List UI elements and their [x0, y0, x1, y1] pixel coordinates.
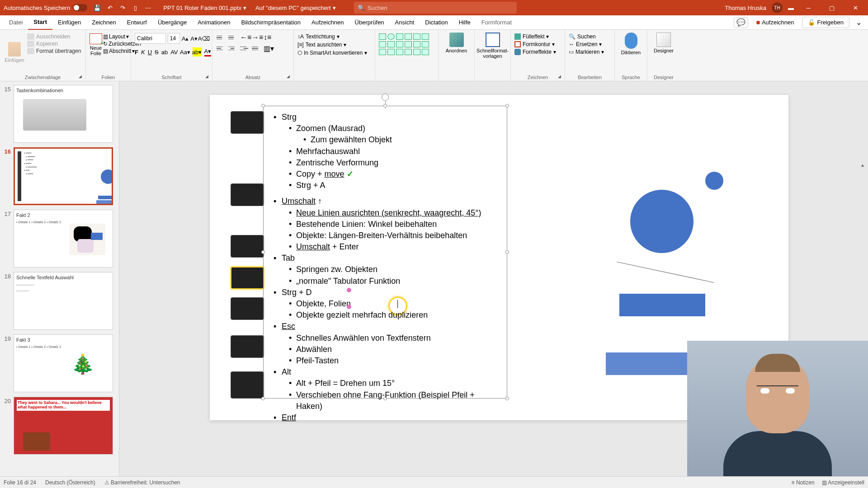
content-textbox[interactable]: Strg Zoomen (Mausrad) Zum gewählten Obje…	[263, 106, 507, 399]
thumb-preview-17[interactable]: Fakt 2 • Details 1 • Details 2 • Details…	[14, 210, 113, 267]
increase-font-icon[interactable]: A▴	[182, 34, 189, 43]
quick-styles-button[interactable]: Schnellformat-vorlagen	[475, 30, 511, 81]
case-button[interactable]: Aa▾	[181, 47, 190, 56]
thumb-17[interactable]: 17 Fakt 2 • Details 1 • Details 2 • Deta…	[2, 210, 119, 267]
tab-insert[interactable]: Einfügen	[52, 15, 86, 30]
toggle-switch[interactable]	[73, 4, 87, 11]
more-icon[interactable]: ⋯	[143, 3, 152, 12]
shape-15-icon[interactable]	[396, 49, 403, 55]
format-painter-button[interactable]: Format übertragen	[27, 48, 81, 54]
tab-animations[interactable]: Animationen	[192, 15, 236, 30]
ribbon-options-icon[interactable]: ▬	[788, 5, 794, 11]
minimize-icon[interactable]: ─	[799, 0, 817, 15]
search-box[interactable]: 🔍	[354, 2, 517, 14]
shape-rect-1[interactable]	[619, 294, 705, 316]
shape-arrow-icon[interactable]	[413, 33, 420, 40]
thumb-preview-15[interactable]: Tastenkombinationen	[14, 85, 113, 143]
align-text-button[interactable]: [≡] Text ausrichten ▾	[297, 42, 371, 48]
tab-dictation[interactable]: Dictation	[420, 15, 453, 30]
thumb-20[interactable]: 20 They went to Sahara... You wouldn't b…	[2, 397, 119, 455]
handle-tm[interactable]	[383, 104, 387, 108]
thumb-preview-19[interactable]: Fakt 3 • Details 1 • Details 2 • Details…	[14, 334, 113, 392]
columns-button[interactable]: ▥▾	[263, 44, 272, 52]
shadow-button[interactable]: ab	[161, 47, 168, 56]
dictate-button[interactable]: Diktieren Sprache	[615, 30, 647, 81]
shape-line[interactable]	[617, 262, 714, 283]
tab-start[interactable]: Start	[28, 15, 52, 30]
bullets-button[interactable]	[216, 33, 225, 42]
tab-draw[interactable]: Zeichnen	[86, 15, 121, 30]
smartart-button[interactable]: ⬡ In SmartArt konvertieren ▾	[297, 50, 371, 56]
shape-effects-button[interactable]: Formeffekte ▾	[514, 49, 561, 55]
shape-13-icon[interactable]	[379, 49, 386, 55]
handle-ml[interactable]	[261, 250, 265, 254]
font-name-combo[interactable]: Calibri	[135, 33, 166, 44]
clear-format-icon[interactable]: A⌫	[199, 34, 208, 43]
shape-more-icon[interactable]	[422, 49, 429, 55]
paragraph-launcher-icon[interactable]: ◢	[287, 74, 292, 80]
shape-oval-icon[interactable]	[387, 33, 395, 40]
text-direction-button[interactable]: ↕A Textrichtung ▾	[297, 33, 371, 40]
handle-tl[interactable]	[261, 104, 265, 108]
user-name[interactable]: Thomas Hruska	[725, 5, 766, 11]
handle-bl[interactable]	[261, 397, 265, 400]
thumb-19[interactable]: 19 Fakt 3 • Details 1 • Details 2 • Deta…	[2, 334, 119, 392]
shape-hex-icon[interactable]	[422, 33, 429, 40]
user-avatar[interactable]: TH	[772, 2, 783, 13]
tab-review[interactable]: Überprüfen	[349, 15, 390, 30]
justify-button[interactable]	[251, 44, 260, 52]
present-icon[interactable]: ▯	[131, 3, 140, 12]
designer-button[interactable]: Designer Designer	[647, 30, 680, 81]
accessibility-check[interactable]: ⚠ Barrierefreiheit: Untersuchen	[104, 479, 180, 486]
replace-button[interactable]: ↔ Ersetzen ▾	[569, 41, 611, 47]
shape-rect-icon[interactable]	[379, 33, 386, 40]
clipboard-launcher-icon[interactable]: ◢	[79, 74, 84, 80]
numbering-button[interactable]	[228, 33, 237, 42]
tab-design[interactable]: Entwurf	[122, 15, 152, 30]
shape-big-circle[interactable]	[630, 190, 693, 253]
autosave-toggle[interactable]: Automatisches Speichern	[4, 4, 87, 11]
tab-transitions[interactable]: Übergänge	[152, 15, 192, 30]
filename-dropdown-icon[interactable]: ▾	[243, 5, 246, 11]
find-button[interactable]: 🔍 Suchen	[569, 33, 611, 40]
comments-button[interactable]: 💬	[734, 17, 748, 28]
undo-icon[interactable]: ↶	[105, 3, 114, 12]
close-icon[interactable]: ✕	[846, 0, 864, 15]
tab-record[interactable]: Aufzeichnen	[306, 15, 349, 30]
shape-16-icon[interactable]	[405, 49, 412, 55]
align-right-button[interactable]	[240, 44, 249, 52]
font-size-combo[interactable]: 14	[168, 33, 180, 44]
shape-small-circle[interactable]	[705, 172, 723, 190]
rotate-handle[interactable]	[382, 94, 389, 101]
tab-file[interactable]: Datei	[4, 15, 28, 30]
shape-outline-button[interactable]: Formkontur ▾	[514, 41, 561, 47]
save-icon[interactable]: 💾	[93, 3, 102, 12]
shape-10-icon[interactable]	[405, 41, 412, 47]
italic-button[interactable]: K	[141, 47, 145, 56]
handle-br[interactable]	[505, 397, 509, 400]
search-input[interactable]	[368, 5, 513, 11]
saved-dropdown-icon[interactable]: ▾	[333, 5, 336, 11]
scroll-up-icon[interactable]: ▲	[859, 163, 866, 170]
shape-11-icon[interactable]	[413, 41, 420, 47]
strike-button[interactable]: S	[155, 47, 159, 56]
decrease-font-icon[interactable]: A▾	[190, 34, 198, 43]
align-left-button[interactable]	[216, 44, 225, 52]
display-settings[interactable]: ▥ Anzeigeeinstell	[822, 479, 864, 486]
thumb-preview-18[interactable]: Schnelle Textfeld Auswahl ━━━━━━━━━━━━━━…	[14, 272, 113, 330]
ribbon-collapse-icon[interactable]: ⌄	[853, 18, 864, 27]
notes-button[interactable]: ≡ Notizen	[792, 479, 815, 486]
font-color-button[interactable]: A▾	[204, 47, 212, 56]
shape-tri-icon[interactable]	[396, 33, 403, 40]
font-launcher-icon[interactable]: ◢	[205, 74, 211, 80]
slide-counter[interactable]: Folie 16 di 24	[4, 479, 36, 486]
shape-14-icon[interactable]	[387, 49, 395, 55]
thumb-preview-20[interactable]: They went to Sahara... You wouldn't beli…	[14, 397, 113, 455]
line-spacing-button[interactable]: ↕≡	[263, 33, 272, 42]
thumb-preview-16[interactable]: ▪ ━━━ • ━━━━ • ━━━▪ ━━━ • ━━━━━▪ ━━ • ━━…	[14, 147, 113, 205]
handle-mr[interactable]	[505, 250, 509, 254]
tab-shapeformat[interactable]: Formformat	[476, 15, 517, 30]
shape-line-icon[interactable]	[405, 33, 412, 40]
indent-dec-button[interactable]: ←≡	[240, 33, 249, 42]
redo-icon[interactable]: ↷	[118, 3, 127, 12]
